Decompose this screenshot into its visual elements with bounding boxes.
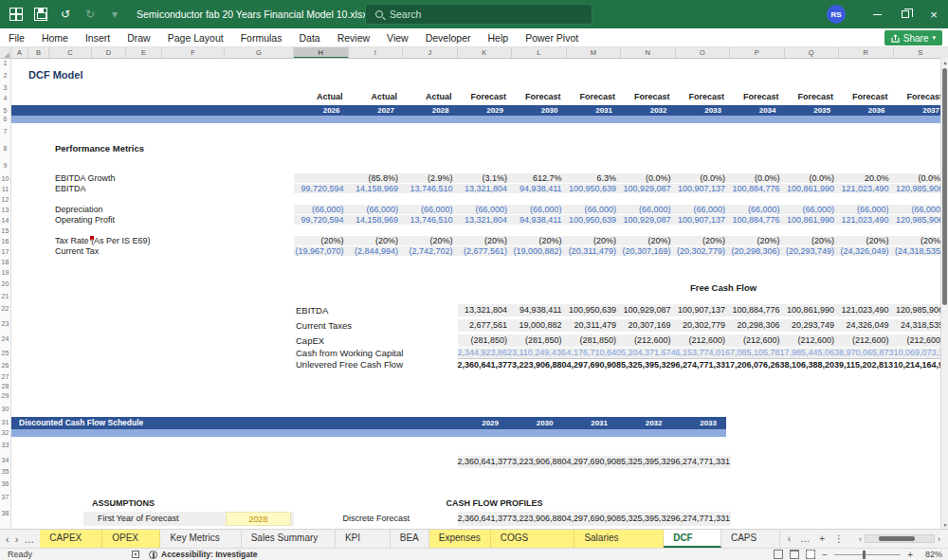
- year-header-2028[interactable]: 2028: [403, 105, 458, 116]
- fcf-cell[interactable]: 4,297,690,908: [567, 359, 622, 370]
- period-label-2032[interactable]: Forecast: [621, 91, 676, 103]
- fcf-cell[interactable]: 20,307,169: [621, 319, 676, 332]
- perf-cell[interactable]: 100,907,137: [676, 215, 731, 225]
- vertical-scroll-thumb[interactable]: [942, 68, 947, 305]
- fcf-cell[interactable]: 7,085,105,781: [730, 348, 785, 358]
- performance-metrics-heading[interactable]: Performance Metrics: [55, 143, 144, 154]
- row-header-38[interactable]: 38: [0, 504, 10, 523]
- dcf-year-2032[interactable]: 2032: [621, 417, 676, 429]
- fcf-cell[interactable]: 6,153,774,016: [676, 348, 731, 358]
- fcf-cell[interactable]: 13,321,804: [458, 304, 513, 316]
- row-header-12[interactable]: 12: [0, 194, 10, 205]
- fcf-row-label[interactable]: Current Taxes: [296, 319, 352, 332]
- ribbon-tab-view[interactable]: View: [378, 28, 417, 47]
- fcf-cell[interactable]: 20,302,779: [676, 319, 731, 332]
- excel-app-icon[interactable]: [9, 8, 23, 21]
- perf-cell[interactable]: (19,967,070): [294, 246, 349, 256]
- period-label-2033[interactable]: Forecast: [676, 91, 731, 103]
- perf-cell[interactable]: 20.0%: [839, 173, 894, 183]
- fcf-cell[interactable]: (281,850): [458, 334, 513, 347]
- column-header-O[interactable]: O: [676, 47, 731, 59]
- vertical-scrollbar[interactable]: ▲ ▼: [940, 59, 948, 529]
- column-header-S[interactable]: S: [894, 47, 941, 59]
- fcf-cell[interactable]: 2,344,923,862: [458, 348, 513, 358]
- fcf-cell[interactable]: (212,600): [839, 334, 894, 347]
- column-header-H[interactable]: H: [294, 47, 349, 59]
- perf-cell[interactable]: (20,307,169): [621, 246, 676, 256]
- dcf-value-cell[interactable]: 3,223,906,880: [512, 456, 567, 468]
- row-header-17[interactable]: 17: [0, 246, 10, 257]
- fcf-cell[interactable]: 20,298,306: [730, 319, 785, 332]
- period-label-2031[interactable]: Forecast: [567, 91, 622, 103]
- perf-cell[interactable]: (20%): [894, 236, 941, 245]
- year-header-2030[interactable]: 2030: [512, 105, 567, 116]
- perf-cell[interactable]: (66,000): [730, 205, 785, 214]
- perf-cell[interactable]: (20%): [458, 236, 513, 245]
- cash-flow-profiles-heading[interactable]: CASH FLOW PROFILES: [447, 498, 543, 508]
- perf-cell[interactable]: (20,293,749): [785, 246, 840, 256]
- fcf-cell[interactable]: 3,110,249,436: [512, 348, 567, 358]
- fcf-cell[interactable]: 6,274,771,331: [676, 359, 731, 370]
- row-header-25[interactable]: 25: [0, 347, 10, 359]
- row-header-31[interactable]: 31: [0, 416, 10, 428]
- fcf-cell[interactable]: 100,929,087: [621, 304, 676, 316]
- cfp-value-cell[interactable]: 2,360,641,377: [458, 512, 513, 526]
- cfp-value-cell[interactable]: 6,274,771,331: [676, 512, 731, 526]
- horizontal-scrollbar[interactable]: ‹ ›: [859, 534, 940, 544]
- year-header-2029[interactable]: 2029: [458, 105, 513, 116]
- row-header-4[interactable]: 4: [0, 91, 10, 105]
- fcf-cell[interactable]: 5,325,395,329: [621, 359, 676, 370]
- perf-row-label[interactable]: EBITDA: [55, 184, 86, 193]
- fcf-row-label[interactable]: Cash from Working Capital: [296, 348, 403, 358]
- macro-record-icon[interactable]: [132, 551, 139, 558]
- perf-cell[interactable]: (20%): [403, 236, 458, 245]
- normal-view-icon[interactable]: [774, 550, 783, 559]
- perf-cell[interactable]: (66,000): [349, 205, 404, 214]
- perf-cell[interactable]: 100,929,087: [621, 215, 676, 225]
- dcf-year-2029[interactable]: 2029: [458, 417, 513, 429]
- perf-cell[interactable]: (20,311,479): [567, 246, 622, 256]
- year-header-2036[interactable]: 2036: [839, 105, 894, 116]
- fcf-cell[interactable]: 5,204,371,674: [621, 348, 676, 358]
- perf-cell[interactable]: (66,000): [403, 205, 458, 214]
- perf-cell[interactable]: (20%): [676, 236, 731, 245]
- perf-cell[interactable]: (66,000): [894, 205, 941, 214]
- perf-cell[interactable]: (2.9%): [403, 173, 458, 183]
- column-header-Q[interactable]: Q: [785, 47, 840, 59]
- zoom-slider[interactable]: [834, 554, 901, 555]
- dcf-value-cell[interactable]: 5,325,395,329: [621, 456, 676, 468]
- row-header-37[interactable]: 37: [0, 491, 10, 504]
- perf-cell[interactable]: (66,000): [567, 205, 622, 214]
- perf-cell[interactable]: (66,000): [785, 205, 840, 214]
- perf-cell[interactable]: 13,321,804: [458, 215, 513, 225]
- year-header-2032[interactable]: 2032: [621, 105, 676, 116]
- perf-cell[interactable]: (20%): [839, 236, 894, 245]
- tab-overflow-icon[interactable]: …: [800, 533, 810, 544]
- column-header-I[interactable]: I: [349, 47, 404, 59]
- perf-cell[interactable]: (66,000): [839, 205, 894, 214]
- row-header-23[interactable]: 23: [0, 316, 10, 332]
- column-header-F[interactable]: F: [162, 47, 225, 59]
- period-label-2036[interactable]: Forecast: [839, 91, 894, 103]
- perf-cell[interactable]: (20%): [567, 236, 622, 245]
- perf-cell[interactable]: (0.0%): [894, 173, 941, 183]
- row-header-20[interactable]: 20: [0, 278, 10, 291]
- perf-row-label[interactable]: Tax Rate (As Per IS E69): [55, 236, 151, 245]
- perf-cell[interactable]: (2,677,561): [458, 246, 513, 256]
- free-cash-flow-heading[interactable]: Free Cash Flow: [666, 282, 780, 293]
- column-header-C[interactable]: C: [49, 47, 92, 59]
- dcf-year-2030[interactable]: 2030: [512, 417, 567, 429]
- sheet-next-icon[interactable]: ›: [15, 531, 19, 548]
- ribbon-tab-data[interactable]: Data: [290, 28, 328, 47]
- period-label-2027[interactable]: Actual: [349, 91, 404, 103]
- perf-cell[interactable]: (20,298,306): [730, 246, 785, 256]
- perf-cell[interactable]: (66,000): [294, 205, 349, 214]
- perf-cell[interactable]: 14,158,969: [349, 215, 404, 225]
- row-header-30[interactable]: 30: [0, 402, 10, 416]
- perf-cell[interactable]: (0.0%): [621, 173, 676, 183]
- perf-cell[interactable]: 13,746,510: [403, 215, 458, 225]
- perf-cell[interactable]: (24,318,535): [894, 246, 941, 256]
- perf-cell[interactable]: (19,000,882): [512, 246, 567, 256]
- fcf-row-label[interactable]: EBITDA: [296, 304, 328, 316]
- row-header-22[interactable]: 22: [0, 301, 10, 316]
